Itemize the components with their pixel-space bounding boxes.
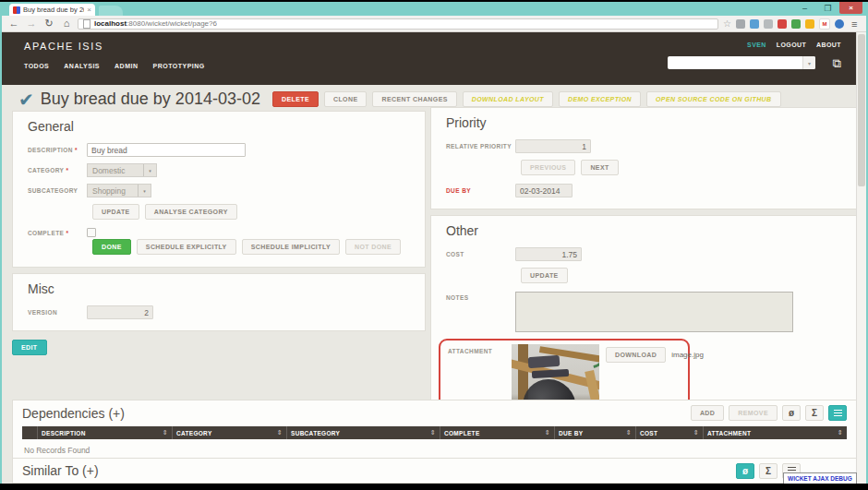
tab-close-icon[interactable]: × bbox=[87, 6, 91, 14]
page-viewport: APACHE ISIS TODOS ANALYSIS ADMIN PROTOTY… bbox=[2, 32, 866, 484]
reload-icon[interactable]: ↻ bbox=[42, 18, 55, 29]
menu-admin[interactable]: ADMIN bbox=[115, 63, 138, 69]
sort-icon[interactable]: ⇕ bbox=[693, 429, 699, 436]
extension-icon[interactable] bbox=[778, 19, 787, 29]
similar-to-panel: Similar To (+) ø Σ bbox=[12, 458, 857, 484]
browser-menu-icon[interactable]: ≡ bbox=[851, 18, 857, 30]
complete-label: COMPLETE * bbox=[28, 230, 87, 236]
download-button[interactable]: DOWNLOAD bbox=[606, 347, 666, 363]
category-select[interactable]: Domestic ▾ bbox=[87, 163, 157, 177]
general-panel: General DESCRIPTION * CATEGORY * Domesti… bbox=[12, 111, 426, 268]
user-name-link[interactable]: SVEN bbox=[747, 42, 766, 48]
list-view-icon[interactable] bbox=[828, 405, 847, 421]
menu-prototyping[interactable]: PROTOTYPING bbox=[152, 63, 204, 69]
browser-tab[interactable]: Buy bread due by 20 × bbox=[9, 4, 95, 16]
hide-columns-icon[interactable]: ø bbox=[782, 405, 801, 421]
menu-analysis[interactable]: ANALYSIS bbox=[64, 63, 100, 69]
sort-icon[interactable]: ⇕ bbox=[545, 429, 550, 436]
extension-icon[interactable] bbox=[736, 19, 745, 29]
next-button[interactable]: NEXT bbox=[581, 160, 618, 175]
description-input[interactable] bbox=[87, 143, 246, 157]
add-button[interactable]: ADD bbox=[691, 405, 724, 421]
scrollbar-thumb[interactable] bbox=[858, 34, 865, 186]
column-subcategory[interactable]: SUBCATEGORY⇕ bbox=[287, 426, 440, 439]
menu-todos[interactable]: TODOS bbox=[24, 63, 49, 69]
sort-icon[interactable]: ⇕ bbox=[277, 429, 283, 436]
misc-panel: Misc VERSION bbox=[12, 273, 426, 331]
hide-columns-icon[interactable]: ø bbox=[736, 463, 754, 479]
back-icon[interactable]: ← bbox=[7, 18, 20, 29]
extension-icon[interactable] bbox=[764, 19, 773, 29]
notes-textarea[interactable] bbox=[515, 292, 793, 332]
cost-label: COST bbox=[446, 251, 515, 257]
sort-icon[interactable]: ⇕ bbox=[838, 429, 843, 436]
recent-changes-button[interactable]: RECENT CHANGES bbox=[372, 91, 456, 107]
complete-actions: DONE SCHEDULE EXPLICITLY SCHEDULE IMPLIC… bbox=[92, 239, 410, 255]
analyse-category-button[interactable]: ANALYSE CATEGORY bbox=[145, 204, 237, 220]
extension-icon[interactable] bbox=[791, 19, 801, 29]
window-border-left bbox=[0, 2, 2, 484]
extension-icon[interactable] bbox=[835, 19, 844, 29]
app-menubar: TODOS ANALYSIS ADMIN PROTOTYPING bbox=[24, 63, 205, 69]
logout-link[interactable]: LOGOUT bbox=[777, 42, 806, 48]
schedule-implicitly-button[interactable]: SCHEDULE IMPLICITLY bbox=[242, 239, 340, 255]
sort-icon[interactable]: ⇕ bbox=[430, 429, 436, 436]
cost-actions: UPDATE bbox=[521, 268, 842, 283]
due-by-input[interactable] bbox=[515, 184, 573, 197]
not-done-button: NOT DONE bbox=[345, 239, 401, 255]
description-row: DESCRIPTION * bbox=[28, 143, 410, 157]
global-search-select[interactable]: ▾ bbox=[668, 56, 815, 69]
new-tab-button[interactable] bbox=[99, 6, 123, 16]
column-category[interactable]: CATEGORY⇕ bbox=[173, 426, 287, 439]
summary-sigma-icon[interactable]: Σ bbox=[759, 463, 778, 479]
download-layout-button[interactable]: DOWNLOAD LAYOUT bbox=[463, 91, 553, 107]
gmail-extension-icon[interactable]: M bbox=[819, 18, 830, 30]
extension-icon[interactable] bbox=[805, 19, 814, 29]
sort-icon[interactable]: ⇕ bbox=[626, 429, 632, 436]
scrollbar[interactable] bbox=[856, 32, 866, 484]
schedule-explicitly-button[interactable]: SCHEDULE EXPLICITLY bbox=[137, 239, 236, 255]
maximize-button[interactable]: ❐ bbox=[816, 2, 839, 14]
open-source-button[interactable]: OPEN SOURCE CODE ON GITHUB bbox=[646, 91, 781, 107]
app-brand[interactable]: APACHE ISIS bbox=[24, 41, 103, 52]
minimize-button[interactable]: – bbox=[793, 2, 816, 14]
entity-title-row: ✔ Buy bread due by 2014-03-02 DELETE CLO… bbox=[18, 90, 781, 109]
column-attachment[interactable]: ATTACHMENT⇕ bbox=[704, 426, 847, 439]
about-link[interactable]: ABOUT bbox=[816, 42, 841, 48]
column-cost[interactable]: COST⇕ bbox=[636, 426, 704, 439]
update-button[interactable]: UPDATE bbox=[521, 268, 568, 283]
demo-exception-button[interactable]: DEMO EXCEPTION bbox=[559, 91, 641, 107]
todo-check-icon: ✔ bbox=[18, 90, 34, 109]
entity-actions: DELETE CLONE RECENT CHANGES DOWNLOAD LAY… bbox=[272, 91, 781, 107]
column-complete[interactable]: COMPLETE⇕ bbox=[440, 426, 555, 439]
extension-icon[interactable] bbox=[750, 19, 759, 29]
column-due-by[interactable]: DUE BY⇕ bbox=[555, 426, 636, 439]
copy-icon[interactable]: ⧉ bbox=[833, 57, 841, 69]
browser-toolbar: ← → ↻ ⌂ localhost:8080/wicket/wicket/pag… bbox=[2, 16, 866, 32]
attachment-label: ATTACHMENT bbox=[448, 348, 512, 354]
update-button[interactable]: UPDATE bbox=[92, 204, 139, 220]
wicket-ajax-debug-link[interactable]: WICKET AJAX DEBUG bbox=[783, 472, 857, 484]
delete-button[interactable]: DELETE bbox=[272, 91, 319, 107]
photo-seat-pad bbox=[528, 355, 561, 368]
subcategory-select[interactable]: Shopping ▾ bbox=[87, 184, 151, 197]
chevron-down-icon[interactable]: ▾ bbox=[802, 56, 815, 69]
close-button[interactable]: × bbox=[839, 2, 862, 14]
list-icon bbox=[834, 410, 842, 417]
home-icon[interactable]: ⌂ bbox=[60, 18, 73, 29]
cost-input bbox=[515, 247, 582, 261]
sort-icon[interactable]: ⇕ bbox=[163, 429, 168, 436]
url-bar[interactable]: localhost:8080/wicket/wicket/page?6 bbox=[78, 18, 718, 30]
version-label: VERSION bbox=[28, 309, 87, 316]
forward-icon[interactable]: → bbox=[25, 18, 38, 29]
complete-checkbox[interactable] bbox=[87, 228, 96, 237]
edit-button[interactable]: EDIT bbox=[12, 340, 47, 355]
done-button[interactable]: DONE bbox=[92, 239, 131, 255]
version-input bbox=[87, 305, 153, 319]
clone-button[interactable]: CLONE bbox=[324, 91, 368, 107]
summary-sigma-icon[interactable]: Σ bbox=[805, 405, 824, 421]
window-controls: – ❐ × bbox=[793, 2, 862, 14]
bookmark-star-icon[interactable]: ☆ bbox=[723, 18, 731, 29]
column-description[interactable]: DESCRIPTION⇕ bbox=[38, 426, 173, 439]
priority-panel: Priority RELATIVE PRIORITY PREVIOUS NEXT… bbox=[430, 107, 858, 209]
